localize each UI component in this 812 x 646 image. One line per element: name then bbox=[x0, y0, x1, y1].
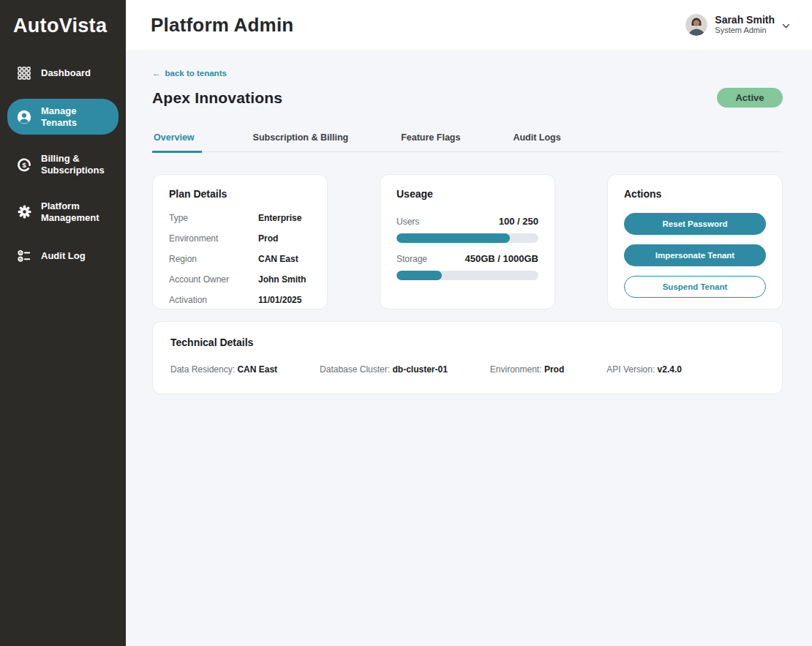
row-label: Activation bbox=[169, 295, 258, 305]
user-name: Sarah Smith bbox=[715, 14, 775, 26]
tab-audit-logs[interactable]: Audit Logs bbox=[511, 132, 562, 151]
sidebar-item-platform-management[interactable]: Platform Management bbox=[7, 194, 119, 230]
actions-card: Actions Reset Password Impersonate Tenan… bbox=[607, 174, 783, 309]
billing-gauge-icon: $ bbox=[17, 157, 31, 172]
meter-value: 100 / 250 bbox=[499, 216, 538, 227]
storage-progress-track bbox=[396, 271, 538, 280]
storage-progress-fill bbox=[396, 271, 442, 280]
card-title: Plan Details bbox=[169, 188, 311, 200]
sidebar: AutoVista Dashboard bbox=[0, 0, 126, 646]
user-role: System Admin bbox=[715, 26, 775, 35]
technical-details-row: Data Residency: CAN East Database Cluste… bbox=[170, 364, 764, 375]
suspend-tenant-button[interactable]: Suspend Tenant bbox=[624, 276, 766, 298]
meter-label: Users bbox=[396, 217, 419, 227]
app-logo: AutoVista bbox=[0, 0, 126, 59]
row-value: CAN East bbox=[258, 254, 298, 264]
impersonate-tenant-button[interactable]: Impersonate Tenant bbox=[624, 244, 766, 266]
row-label: Region bbox=[169, 254, 258, 264]
app-root: AutoVista Dashboard bbox=[0, 0, 812, 646]
tab-overview[interactable]: Overview bbox=[152, 132, 202, 153]
row-label: Environment bbox=[169, 233, 258, 244]
sidebar-nav: Dashboard Manage Tenants $ bbox=[0, 59, 126, 282]
content-area: ← back to tenants Apex Innovations Activ… bbox=[126, 50, 812, 646]
row-label: Account Owner bbox=[169, 274, 258, 285]
users-progress-fill bbox=[396, 233, 510, 243]
plan-row-region: Region CAN East bbox=[169, 254, 311, 264]
sidebar-item-label: Platform Management bbox=[41, 200, 109, 223]
tab-bar: Overview Subscription & Billing Feature … bbox=[152, 132, 783, 152]
tech-item-api-version: API Version: v2.4.0 bbox=[606, 364, 682, 375]
tab-subscription-billing[interactable]: Subscription & Billing bbox=[252, 132, 350, 151]
meter-value: 450GB / 1000GB bbox=[465, 253, 538, 264]
row-value: Prod bbox=[258, 233, 278, 244]
sidebar-item-billing-subscriptions[interactable]: $ Billing & Subscriptions bbox=[7, 146, 119, 182]
tab-feature-flags[interactable]: Feature Flags bbox=[399, 132, 462, 151]
checklist-icon bbox=[17, 249, 31, 263]
usage-card: Useage Users 100 / 250 Storage bbox=[380, 174, 555, 309]
top-header: Platform Admin Sarah Smith bbox=[126, 0, 812, 50]
sidebar-item-dashboard[interactable]: Dashboard bbox=[7, 59, 119, 87]
dashboard-grid-icon bbox=[17, 66, 31, 80]
cards-row: Plan Details Type Enterprise Environment… bbox=[152, 174, 783, 309]
reset-password-button[interactable]: Reset Password bbox=[624, 213, 766, 235]
plan-row-type: Type Enterprise bbox=[169, 213, 311, 223]
row-value: 11/01/2025 bbox=[258, 295, 301, 305]
plan-row-account-owner: Account Owner John Smith bbox=[169, 274, 311, 285]
gear-icon bbox=[17, 205, 31, 219]
tech-item-data-residency: Data Residency: CAN East bbox=[170, 364, 277, 375]
sidebar-item-label: Manage Tenants bbox=[41, 105, 109, 128]
sidebar-item-manage-tenants[interactable]: Manage Tenants bbox=[7, 99, 119, 135]
plan-details-card: Plan Details Type Enterprise Environment… bbox=[152, 174, 328, 309]
sidebar-item-label: Dashboard bbox=[41, 67, 91, 79]
card-title: Useage bbox=[396, 188, 538, 200]
meter-label: Storage bbox=[396, 254, 427, 264]
row-value: John Smith bbox=[258, 274, 306, 285]
back-link[interactable]: ← back to tenants bbox=[152, 69, 227, 78]
back-link-label: back to tenants bbox=[165, 69, 227, 78]
person-circle-icon bbox=[17, 110, 31, 124]
tenant-name: Apex Innovations bbox=[152, 89, 282, 107]
svg-text:$: $ bbox=[23, 160, 27, 168]
page-title: Platform Admin bbox=[151, 14, 293, 37]
sidebar-item-label: Audit Log bbox=[41, 250, 86, 262]
users-progress-track bbox=[396, 233, 538, 243]
users-meter: Users 100 / 250 bbox=[396, 216, 538, 243]
plan-row-environment: Environment Prod bbox=[169, 233, 311, 244]
tenant-title-row: Apex Innovations Active bbox=[152, 88, 783, 108]
user-menu[interactable]: Sarah Smith System Admin bbox=[685, 14, 790, 36]
row-label: Type bbox=[169, 213, 258, 223]
status-badge: Active bbox=[717, 88, 783, 108]
sidebar-item-audit-log[interactable]: Audit Log bbox=[7, 242, 119, 270]
user-text: Sarah Smith System Admin bbox=[715, 14, 775, 35]
storage-meter: Storage 450GB / 1000GB bbox=[396, 253, 538, 280]
chevron-down-icon bbox=[782, 18, 790, 31]
technical-details-card: Technical Details Data Residency: CAN Ea… bbox=[152, 321, 783, 394]
tech-item-database-cluster: Database Cluster: db-cluster-01 bbox=[320, 364, 448, 375]
avatar bbox=[685, 14, 707, 36]
sidebar-item-label: Billing & Subscriptions bbox=[41, 153, 109, 176]
card-title: Technical Details bbox=[170, 337, 764, 348]
card-title: Actions bbox=[624, 188, 766, 200]
back-arrow-icon: ← bbox=[152, 69, 161, 78]
tech-item-environment: Environment: Prod bbox=[490, 364, 564, 375]
row-value: Enterprise bbox=[258, 213, 301, 223]
main-column: Platform Admin Sarah Smith bbox=[126, 0, 812, 646]
plan-row-activation: Activation 11/01/2025 bbox=[169, 295, 311, 305]
